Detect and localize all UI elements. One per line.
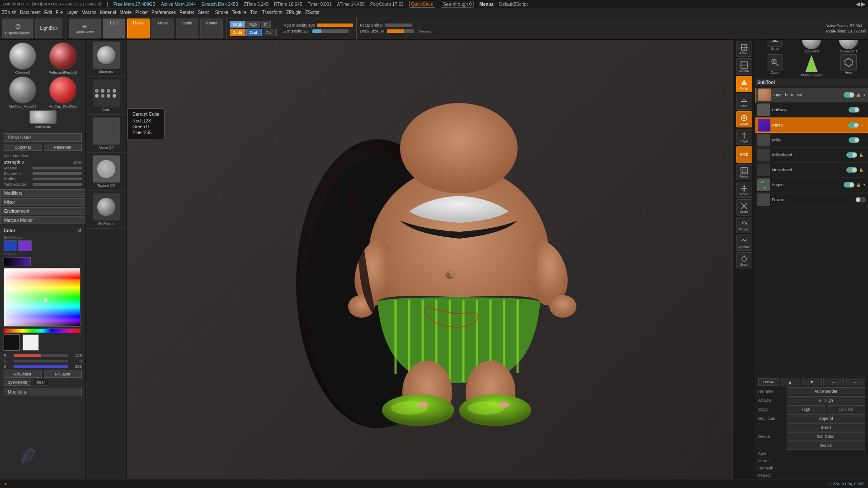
material-chrome2[interactable]: Chrome2 bbox=[4, 42, 42, 75]
actual-btn[interactable]: Actual bbox=[736, 41, 752, 57]
subtool-super-hero[interactable]: super_hero_mat 🔒 ▼ bbox=[755, 88, 868, 103]
white-swatch[interactable] bbox=[23, 334, 39, 351]
switch-color-preview[interactable] bbox=[4, 240, 32, 251]
mixer-btn[interactable]: Mixer bbox=[0, 198, 85, 206]
moserband-toggle[interactable] bbox=[846, 167, 857, 173]
xyz-btn[interactable]: XYZ bbox=[736, 146, 752, 163]
menu-zplugin[interactable]: ZPlugin bbox=[286, 10, 302, 15]
black-swatch[interactable] bbox=[4, 334, 20, 351]
arrow-down-btn[interactable]: ▼ bbox=[802, 378, 822, 386]
m-btn[interactable]: M bbox=[261, 21, 271, 28]
scale-btn[interactable]: Scale bbox=[176, 19, 198, 38]
edit-btn[interactable]: Edit bbox=[103, 19, 125, 38]
menu-zbrush[interactable]: ZBrush bbox=[2, 10, 16, 15]
brush-standard[interactable]: Standard bbox=[86, 39, 126, 77]
zbr-document[interactable]: | bbox=[107, 2, 108, 7]
menu-texture[interactable]: Texture bbox=[232, 10, 247, 15]
menu-layer[interactable]: Layer bbox=[66, 10, 78, 15]
subtool-brille[interactable]: Brille ·· · bbox=[755, 133, 868, 148]
arrow-left-btn[interactable]: ← bbox=[845, 378, 865, 386]
material-reflected[interactable]: ReflectedPlasticB bbox=[44, 42, 82, 75]
all-high-btn[interactable]: All High bbox=[787, 396, 865, 404]
show-used-btn[interactable]: Show Used bbox=[4, 133, 82, 142]
mrgb-btn[interactable]: Mrgb bbox=[230, 21, 245, 28]
rotate-icon-btn[interactable]: Rotate bbox=[736, 217, 752, 233]
subtool-persp[interactable]: Persp ·· · bbox=[755, 117, 868, 133]
brille-toggle[interactable] bbox=[849, 137, 859, 143]
hue-bar[interactable] bbox=[4, 328, 80, 333]
super-hero-toggle[interactable] bbox=[844, 92, 854, 98]
arrow-up-btn[interactable]: ▲ bbox=[780, 378, 800, 386]
menu-document[interactable]: Document bbox=[20, 10, 41, 15]
brush-texture[interactable]: Texture Off bbox=[86, 153, 126, 191]
brush-setplastic[interactable]: SetPlastic bbox=[86, 191, 126, 229]
menu-render[interactable]: Render bbox=[179, 10, 194, 15]
paste-mat-btn[interactable]: PasteMat bbox=[44, 144, 82, 151]
quick-sketch-btn[interactable]: ✏ Quick Sketch bbox=[69, 19, 101, 38]
snap-btn[interactable]: Snap bbox=[736, 252, 752, 268]
brillenband-toggle[interactable] bbox=[846, 152, 857, 158]
rotate-btn[interactable]: Rotate bbox=[200, 19, 223, 38]
matcap-maker-btn[interactable]: Matcap Maker bbox=[0, 216, 85, 224]
brush-dots[interactable]: Dots bbox=[86, 77, 126, 115]
draw-btn[interactable]: Draw bbox=[127, 19, 150, 38]
high-btn[interactable]: High bbox=[787, 405, 826, 413]
subtool-moserband[interactable]: Moserband 🔒 · bbox=[755, 163, 868, 178]
super-hero-lock[interactable]: 🔒 bbox=[856, 93, 861, 97]
lsym-btn[interactable]: LSym bbox=[736, 129, 752, 145]
rts-cone[interactable]: PM3D_Cone28 bbox=[794, 54, 829, 77]
arrow-right-btn[interactable]: → bbox=[823, 378, 844, 386]
floor-btn[interactable]: Floor bbox=[736, 94, 752, 110]
radius-slider[interactable] bbox=[33, 178, 82, 180]
local-btn[interactable]: Local bbox=[736, 111, 752, 127]
fill-object-btn[interactable]: FillObject bbox=[4, 371, 42, 378]
super-hero-expand[interactable]: ▼ bbox=[863, 93, 866, 97]
see-through-btn[interactable]: See-through 0 bbox=[441, 1, 474, 8]
list-all-btn[interactable]: List All bbox=[758, 378, 778, 386]
default-script-btn[interactable]: DefaultZScript bbox=[499, 2, 528, 7]
gradient-preview[interactable] bbox=[4, 257, 31, 266]
rts-zoom[interactable]: Zoom bbox=[757, 54, 793, 77]
menu-picker[interactable]: Picker bbox=[135, 10, 148, 15]
unhang-toggle[interactable] bbox=[849, 107, 859, 113]
temperature-slider[interactable] bbox=[33, 183, 82, 186]
menu-macros[interactable]: Macros bbox=[81, 10, 96, 15]
focal-shift-slider[interactable] bbox=[385, 23, 412, 27]
persp-btn[interactable]: Persp bbox=[736, 76, 752, 92]
zadd-btn[interactable]: Zadd bbox=[230, 29, 245, 36]
material-setplastic[interactable]: SetPlastic bbox=[4, 110, 82, 129]
menu-transform[interactable]: Transform bbox=[262, 10, 283, 15]
scale-icon-btn[interactable]: Scale bbox=[736, 199, 752, 216]
draw-size-slider[interactable] bbox=[387, 29, 414, 33]
menu-file[interactable]: File bbox=[56, 10, 63, 15]
g-slider[interactable] bbox=[14, 360, 68, 362]
del-all-btn[interactable]: Del All bbox=[787, 441, 865, 450]
color-refresh-btn[interactable]: ↺ bbox=[77, 227, 82, 234]
move-btn[interactable]: Move bbox=[151, 19, 174, 38]
dynamic-btn[interactable]: Dynamic bbox=[736, 235, 752, 251]
rgb-intensity-track[interactable] bbox=[317, 23, 353, 27]
material-matcap-red[interactable]: MatCap_RedClay bbox=[44, 76, 82, 108]
projection-master-btn[interactable]: ⊙ Projection Master bbox=[2, 19, 33, 38]
color-picker[interactable] bbox=[4, 268, 80, 327]
menu-tool[interactable]: Tool bbox=[250, 10, 259, 15]
del-other-btn[interactable]: Del Other bbox=[787, 432, 865, 441]
material-matcap-metal[interactable]: MatCap_Metal03 bbox=[4, 76, 42, 108]
subtool-augen[interactable]: Augen 🔒 ▼ bbox=[755, 178, 868, 192]
menus-btn[interactable]: Menus bbox=[479, 2, 494, 7]
menu-edit[interactable]: Edit bbox=[44, 10, 52, 15]
lightbox-btn[interactable]: LightBox bbox=[35, 19, 62, 38]
canvas-area[interactable]: ☯ bbox=[127, 39, 755, 479]
insert-btn[interactable]: Insert bbox=[787, 423, 865, 432]
menu-zscript[interactable]: ZScript bbox=[305, 10, 320, 15]
persp-toggle[interactable] bbox=[848, 122, 859, 128]
fresnel-slider[interactable] bbox=[33, 167, 82, 169]
z-intensity-track[interactable] bbox=[312, 29, 349, 33]
append-btn[interactable]: Append bbox=[787, 414, 865, 422]
aamat-btn[interactable]: AAMat bbox=[736, 58, 752, 75]
zcut-btn[interactable]: Zcut bbox=[263, 29, 277, 36]
quick-save-btn[interactable]: QuickSave bbox=[409, 1, 435, 8]
fill-layer-btn[interactable]: FillLayer bbox=[44, 371, 82, 378]
modifiers-btn[interactable]: Modifiers bbox=[0, 189, 85, 197]
modifiers-bottom-btn[interactable]: Modifiers bbox=[4, 388, 82, 396]
